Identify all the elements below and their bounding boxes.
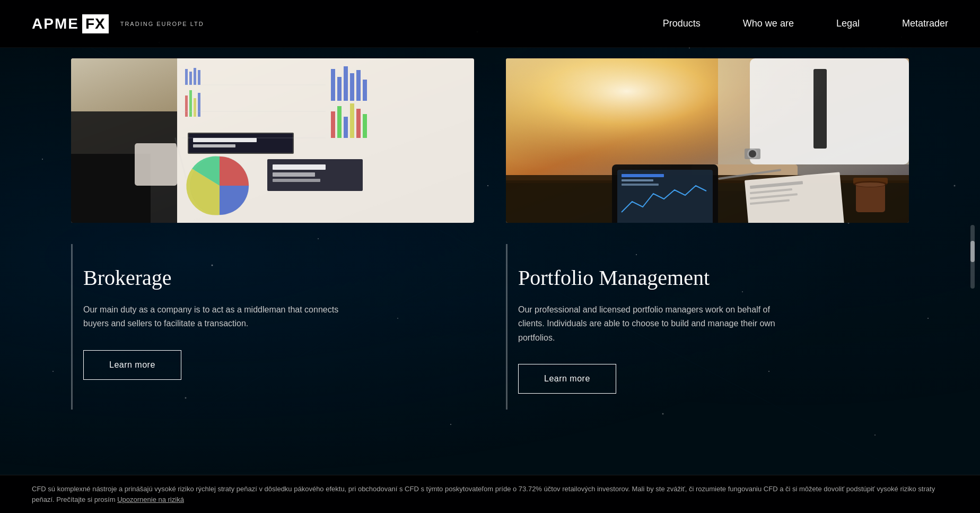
nav-legal[interactable]: Legal <box>836 18 860 29</box>
brokerage-chart-svg <box>71 58 474 223</box>
footer-text: CFD sú komplexné nástroje a prinášajú vy… <box>32 484 948 505</box>
cards-section: Brokerage Our main duty as a company is … <box>0 53 980 420</box>
portfolio-img-content <box>506 58 909 223</box>
svg-rect-47 <box>344 117 348 138</box>
logo-subtitle: TRADING EUROPE LTD <box>120 21 204 27</box>
svg-rect-59 <box>198 70 200 85</box>
footer-risk-link[interactable]: Upozornenie na riziká <box>117 495 184 503</box>
svg-rect-63 <box>198 93 200 117</box>
nav-links: Products Who we are Legal Metatrader <box>663 18 948 29</box>
nav-who-we-are[interactable]: Who we are <box>743 18 794 29</box>
brokerage-learn-more-button[interactable]: Learn more <box>83 350 181 380</box>
svg-rect-61 <box>189 90 192 117</box>
brokerage-img-content <box>71 58 474 223</box>
svg-rect-39 <box>331 69 335 101</box>
portfolio-content: Portfolio Management Our professional an… <box>506 244 909 410</box>
svg-rect-43 <box>356 70 361 101</box>
brokerage-description: Our main duty as a company is to act as … <box>83 303 359 331</box>
svg-rect-37 <box>193 138 257 142</box>
svg-rect-57 <box>189 72 192 85</box>
portfolio-title: Portfolio Management <box>518 265 909 290</box>
portfolio-card: Portfolio Management Our professional an… <box>506 58 909 410</box>
portfolio-image <box>506 58 909 223</box>
logo[interactable]: APME FX <box>32 14 112 33</box>
svg-rect-54 <box>273 179 320 182</box>
svg-rect-45 <box>331 111 335 138</box>
svg-rect-49 <box>356 109 361 138</box>
svg-rect-36 <box>189 134 293 153</box>
logo-fx-text: FX <box>82 14 109 33</box>
portfolio-svg <box>506 58 909 223</box>
svg-rect-46 <box>337 106 342 138</box>
svg-rect-41 <box>344 66 348 101</box>
scroll-indicator[interactable] <box>970 225 975 289</box>
svg-rect-38 <box>193 144 235 147</box>
svg-rect-50 <box>363 114 367 138</box>
logo-area: APME FX TRADING EUROPE LTD <box>32 14 204 33</box>
svg-rect-52 <box>273 164 326 170</box>
svg-rect-58 <box>194 68 196 85</box>
main-content: Brokerage Our main duty as a company is … <box>0 0 980 420</box>
svg-rect-53 <box>273 172 315 177</box>
svg-rect-62 <box>194 98 196 117</box>
nav-metatrader[interactable]: Metatrader <box>902 18 948 29</box>
portfolio-description: Our professional and licensed portfolio … <box>518 303 794 345</box>
svg-point-20 <box>450 424 451 425</box>
nav-products[interactable]: Products <box>663 18 701 29</box>
svg-rect-56 <box>185 69 188 85</box>
svg-rect-92 <box>506 58 909 223</box>
svg-rect-60 <box>185 95 188 117</box>
scroll-thumb <box>970 241 975 262</box>
portfolio-learn-more-button[interactable]: Learn more <box>518 364 616 394</box>
brokerage-content: Brokerage Our main duty as a company is … <box>71 244 474 410</box>
brokerage-card: Brokerage Our main duty as a company is … <box>71 58 474 410</box>
svg-point-24 <box>874 434 876 436</box>
svg-rect-40 <box>337 77 342 101</box>
logo-apme-text: APME <box>32 15 79 32</box>
footer-disclaimer: CFD sú komplexné nástroje a prinášajú vy… <box>0 475 980 513</box>
svg-rect-32 <box>135 143 177 186</box>
svg-rect-42 <box>350 73 354 101</box>
svg-rect-48 <box>350 103 354 138</box>
brokerage-title: Brokerage <box>83 265 474 290</box>
brokerage-image <box>71 58 474 223</box>
navbar: APME FX TRADING EUROPE LTD Products Who … <box>0 0 980 48</box>
svg-rect-44 <box>363 80 367 101</box>
